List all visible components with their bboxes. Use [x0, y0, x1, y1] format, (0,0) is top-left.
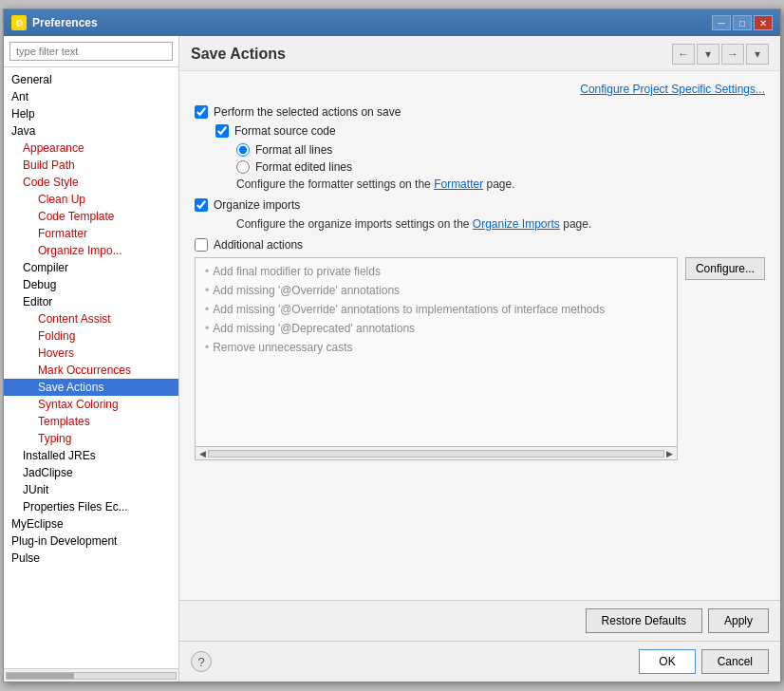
- sidebar-item-formatter[interactable]: Formatter: [4, 225, 178, 242]
- actions-list-wrapper: Add final modifier to private fields Add…: [195, 257, 765, 460]
- organize-imports-link[interactable]: Organize Imports: [473, 217, 560, 231]
- sidebar-item-java[interactable]: Java: [4, 122, 178, 140]
- action-item-4: Add missing '@Deprecated' annotations: [199, 319, 673, 338]
- format-source-row: Format source code: [215, 124, 765, 138]
- format-edited-label: Format edited lines: [255, 160, 352, 174]
- organize-imports-checkbox[interactable]: [195, 198, 208, 212]
- sidebar-item-organize-imports[interactable]: Organize Impo...: [4, 242, 178, 259]
- action-item-2: Add missing '@Override' annotations: [199, 281, 673, 300]
- title-bar-left: ⚙ Preferences: [11, 15, 98, 30]
- format-all-lines-row: Format all lines: [236, 143, 765, 157]
- search-input[interactable]: [9, 42, 173, 61]
- window-title: Preferences: [32, 16, 98, 29]
- additional-actions-checkbox[interactable]: [195, 238, 208, 252]
- sidebar-tree: General Ant Help Java Appearance Build P…: [4, 67, 178, 668]
- sidebar-item-code-template[interactable]: Code Template: [4, 208, 178, 225]
- actions-list[interactable]: Add final modifier to private fields Add…: [195, 257, 678, 447]
- dialog-footer: ? OK Cancel: [179, 641, 780, 682]
- sidebar-item-compiler[interactable]: Compiler: [4, 259, 178, 276]
- sidebar-item-mark-occurrences[interactable]: Mark Occurrences: [4, 362, 178, 379]
- sidebar-item-jadclipse[interactable]: JadClipse: [4, 464, 178, 481]
- format-all-label: Format all lines: [255, 143, 332, 157]
- sidebar-item-plugin-dev[interactable]: Plug-in Development: [4, 532, 178, 550]
- organize-imports-row: Organize imports: [195, 198, 765, 212]
- sidebar-item-folding[interactable]: Folding: [4, 327, 178, 345]
- forward-dropdown-button[interactable]: ▾: [746, 44, 769, 65]
- action-item-3: Add missing '@Override' annotations to i…: [199, 300, 673, 319]
- list-horizontal-scrollbar[interactable]: ◀ ▶: [195, 447, 678, 460]
- search-box: [4, 36, 178, 67]
- perform-actions-checkbox[interactable]: [195, 105, 208, 119]
- main-content: Configure Project Specific Settings... P…: [179, 71, 780, 600]
- main-header: Save Actions ← ▾ → ▾: [179, 36, 780, 71]
- organize-info-prefix: Configure the organize imports settings …: [236, 217, 473, 231]
- perform-actions-row: Perform the selected actions on save: [195, 105, 765, 119]
- sidebar-item-debug[interactable]: Debug: [4, 276, 178, 293]
- format-edited-radio[interactable]: [236, 160, 250, 174]
- sidebar-item-appearance[interactable]: Appearance: [4, 140, 178, 157]
- scroll-right-arrow[interactable]: ▶: [664, 449, 675, 458]
- navigation-arrows: ← ▾ → ▾: [672, 44, 769, 65]
- format-all-radio[interactable]: [236, 143, 250, 157]
- scrollbar-track: [6, 672, 177, 680]
- dialog-footer-right: OK Cancel: [639, 649, 769, 674]
- sidebar-item-myeclipse[interactable]: MyEclipse: [4, 515, 178, 532]
- formatter-link[interactable]: Formatter: [434, 177, 483, 191]
- sidebar-item-general[interactable]: General: [4, 71, 178, 88]
- ok-button[interactable]: OK: [639, 649, 695, 674]
- sidebar-item-syntax-coloring[interactable]: Syntax Coloring: [4, 396, 178, 413]
- sidebar-item-help[interactable]: Help: [4, 105, 178, 122]
- help-button[interactable]: ?: [191, 651, 212, 672]
- main-title: Save Actions: [191, 46, 286, 63]
- restore-defaults-button[interactable]: Restore Defaults: [586, 608, 702, 633]
- sidebar-item-build-path[interactable]: Build Path: [4, 157, 178, 174]
- forward-button[interactable]: →: [721, 44, 744, 65]
- configure-project-link[interactable]: Configure Project Specific Settings...: [580, 83, 765, 96]
- maximize-button[interactable]: □: [733, 15, 752, 30]
- format-source-checkbox[interactable]: [215, 124, 229, 138]
- sidebar-item-templates[interactable]: Templates: [4, 413, 178, 430]
- sidebar-item-junit[interactable]: JUnit: [4, 481, 178, 498]
- sidebar-item-pulse[interactable]: Pulse: [4, 550, 178, 567]
- minimize-button[interactable]: ─: [712, 15, 731, 30]
- formatter-info-prefix: Configure the formatter settings on the: [236, 177, 434, 191]
- sidebar-item-installed-jres[interactable]: Installed JREs: [4, 447, 178, 464]
- action-item-5: Remove unnecessary casts: [199, 338, 673, 357]
- scrollbar-thumb: [7, 673, 74, 679]
- additional-actions-row: Additional actions: [195, 238, 765, 252]
- sidebar-item-editor[interactable]: Editor: [4, 293, 178, 310]
- sidebar-item-ant[interactable]: Ant: [4, 88, 178, 105]
- title-controls: ─ □ ✕: [712, 15, 773, 30]
- action-item-1: Add final modifier to private fields: [199, 262, 673, 281]
- back-button[interactable]: ←: [672, 44, 695, 65]
- perform-actions-label: Perform the selected actions on save: [214, 105, 401, 119]
- close-button[interactable]: ✕: [754, 15, 773, 30]
- format-edited-lines-row: Format edited lines: [236, 160, 765, 174]
- sidebar-item-hovers[interactable]: Hovers: [4, 345, 178, 362]
- formatter-info-suffix: page.: [486, 177, 514, 191]
- sidebar-item-content-assist[interactable]: Content Assist: [4, 310, 178, 327]
- formatter-info: Configure the formatter settings on the …: [236, 177, 765, 191]
- scroll-left-arrow[interactable]: ◀: [197, 449, 208, 458]
- sidebar-item-code-style[interactable]: Code Style: [4, 174, 178, 191]
- main-panel: Save Actions ← ▾ → ▾ Configure Project S…: [179, 36, 780, 682]
- configure-project-link-row: Configure Project Specific Settings...: [195, 83, 765, 96]
- sidebar-horizontal-scrollbar[interactable]: [4, 668, 178, 682]
- sidebar-item-typing[interactable]: Typing: [4, 430, 178, 447]
- organize-info-suffix: page.: [563, 217, 591, 231]
- additional-actions-label: Additional actions: [214, 238, 303, 252]
- sidebar-item-clean-up[interactable]: Clean Up: [4, 191, 178, 208]
- back-dropdown-button[interactable]: ▾: [697, 44, 719, 65]
- organize-info: Configure the organize imports settings …: [236, 217, 765, 231]
- bottom-bar: Restore Defaults Apply: [179, 600, 780, 641]
- configure-button[interactable]: Configure...: [685, 257, 765, 280]
- organize-imports-label: Organize imports: [214, 198, 300, 212]
- preferences-window: ⚙ Preferences ─ □ ✕ General Ant Help Jav…: [3, 9, 781, 682]
- cancel-button[interactable]: Cancel: [701, 649, 769, 674]
- sidebar-item-properties-files[interactable]: Properties Files Ec...: [4, 498, 178, 515]
- window-icon: ⚙: [11, 15, 27, 30]
- apply-button[interactable]: Apply: [708, 608, 769, 633]
- sidebar: General Ant Help Java Appearance Build P…: [4, 36, 179, 682]
- sidebar-item-save-actions[interactable]: Save Actions: [4, 379, 178, 396]
- title-bar: ⚙ Preferences ─ □ ✕: [4, 9, 780, 36]
